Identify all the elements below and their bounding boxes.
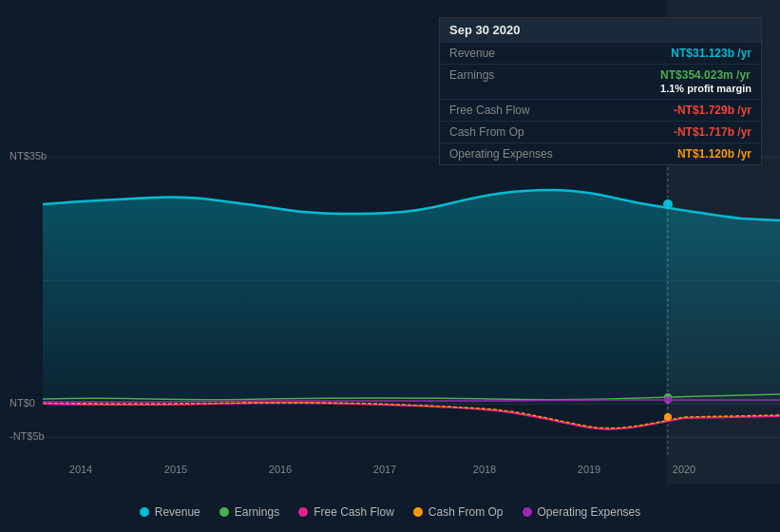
legend-label-fcf: Free Cash Flow [314, 505, 394, 519]
legend-dot-cashfromop [413, 507, 423, 517]
legend-item-earnings[interactable]: Earnings [219, 505, 279, 519]
legend-item-cashfromop[interactable]: Cash From Op [413, 505, 504, 519]
tooltip-label-earnings: Earnings [449, 68, 494, 95]
legend-dot-opex [523, 507, 532, 517]
x-label-2017: 2017 [373, 464, 396, 475]
tooltip-label-fcf: Free Cash Flow [449, 104, 530, 117]
legend-item-revenue[interactable]: Revenue [140, 505, 200, 519]
tooltip-value-fcf: -NT$1.729b /yr [674, 104, 751, 117]
tooltip-date: Sep 30 2020 [440, 18, 761, 42]
legend-dot-revenue [140, 507, 149, 517]
tooltip-row-fcf: Free Cash Flow -NT$1.729b /yr [440, 99, 761, 121]
tooltip-value-revenue: NT$31.123b /yr [671, 47, 751, 60]
x-label-2020: 2020 [673, 464, 695, 475]
legend-label-opex: Operating Expenses [538, 505, 641, 519]
tooltip: Sep 30 2020 Revenue NT$31.123b /yr Earni… [439, 17, 762, 165]
x-label-2014: 2014 [69, 464, 92, 475]
legend: Revenue Earnings Free Cash Flow Cash Fro… [0, 505, 780, 519]
x-label-2019: 2019 [578, 464, 600, 475]
legend-dot-fcf [298, 507, 308, 517]
chart-container: Sep 30 2020 Revenue NT$31.123b /yr Earni… [0, 0, 780, 532]
tooltip-label-cashfromop: Cash From Op [449, 125, 524, 139]
legend-item-fcf[interactable]: Free Cash Flow [298, 505, 394, 519]
x-label-2018: 2018 [473, 464, 496, 475]
legend-label-earnings: Earnings [235, 505, 279, 519]
tooltip-row-earnings: Earnings NT$354.023m /yr 1.1% profit mar… [440, 64, 761, 99]
legend-item-opex[interactable]: Operating Expenses [523, 505, 641, 519]
tooltip-sub-earnings: 1.1% profit margin [660, 83, 751, 94]
tooltip-label-revenue: Revenue [449, 47, 495, 60]
x-label-2016: 2016 [269, 464, 292, 475]
tooltip-label-opex: Operating Expenses [449, 147, 553, 161]
legend-label-cashfromop: Cash From Op [428, 505, 504, 519]
tooltip-row-opex: Operating Expenses NT$1.120b /yr [440, 142, 761, 164]
tooltip-value-earnings: NT$354.023m /yr 1.1% profit margin [660, 68, 751, 95]
legend-dot-earnings [219, 507, 229, 517]
x-label-2015: 2015 [164, 464, 187, 475]
tooltip-value-cashfromop: -NT$1.717b /yr [674, 125, 751, 139]
tooltip-row-revenue: Revenue NT$31.123b /yr [440, 42, 761, 64]
tooltip-value-opex: NT$1.120b /yr [677, 147, 751, 161]
legend-label-revenue: Revenue [155, 505, 200, 519]
tooltip-row-cashfromop: Cash From Op -NT$1.717b /yr [440, 121, 761, 142]
